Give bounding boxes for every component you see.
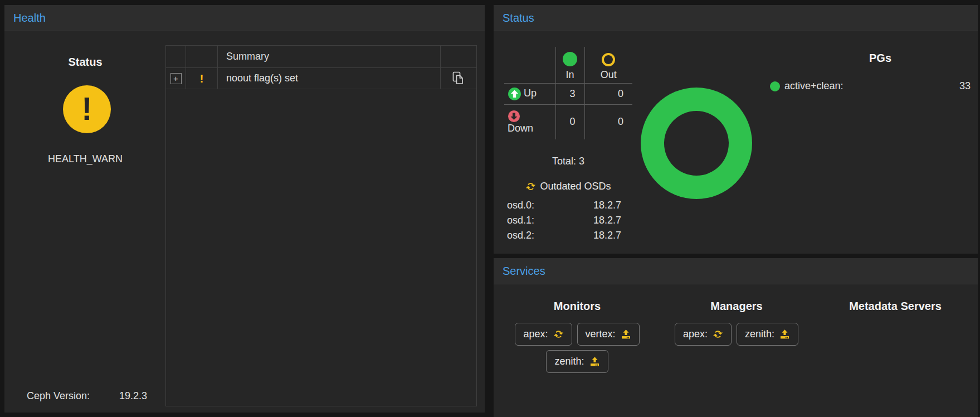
outdated-osds-section: Outdated OSDs osd.0: 18.2.7 osd.1: 18.2.… [504, 181, 632, 243]
active-clean-dot-icon [770, 81, 780, 91]
osd-version: 18.2.7 [593, 198, 621, 213]
badge-label: vertex: [586, 328, 616, 340]
osd-name: osd.1: [507, 213, 534, 228]
metadata-servers-column: Metadata Servers [820, 284, 971, 313]
table-row[interactable]: + ! noout flag(s) set [166, 68, 476, 89]
osd-name: osd.2: [507, 228, 534, 243]
monitors-heading: Monitors [502, 300, 652, 313]
pgs-donut-chart [641, 88, 752, 199]
osd-up-out-value: 0 [584, 83, 632, 104]
summary-cell: noout flag(s) set [218, 68, 441, 89]
osd-version: 18.2.7 [593, 228, 621, 243]
outdated-osd-row: osd.2: 18.2.7 [504, 228, 632, 243]
badge-label: zenith: [554, 356, 584, 367]
outdated-osds-heading: Outdated OSDs [504, 181, 632, 192]
managers-heading: Managers [661, 300, 812, 313]
out-label: Out [601, 69, 617, 80]
upload-icon [621, 329, 631, 340]
osd-in-header: In [555, 47, 584, 83]
osd-out-header: Out [584, 47, 632, 83]
outdated-osds-heading-label: Outdated OSDs [540, 181, 611, 192]
osd-version: 18.2.7 [593, 213, 621, 228]
badge-label: zenith: [745, 328, 774, 340]
health-status-value: HEALTH_WARN [4, 153, 166, 165]
up-label: Up [524, 88, 537, 99]
osd-down-in-value: 0 [555, 104, 584, 139]
ceph-version-label: Ceph Version: [27, 390, 90, 402]
osd-up-row-label: Up [504, 83, 555, 104]
summary-column-header: Summary [218, 46, 441, 67]
osd-down-out-value: 0 [584, 104, 632, 139]
osd-name: osd.0: [507, 198, 534, 213]
in-status-icon [563, 52, 577, 66]
health-warning-icon: ! [63, 85, 111, 133]
metadata-servers-heading: Metadata Servers [820, 300, 971, 313]
health-status-heading: Status [4, 56, 166, 69]
ceph-version-row: Ceph Version: 19.2.3 [27, 390, 147, 402]
managers-column: Managers apex: zenith: [661, 284, 812, 346]
monitor-badge-apex[interactable]: apex: [515, 323, 572, 346]
severity-column-header [186, 46, 218, 67]
monitor-badge-zenith[interactable]: zenith: [546, 350, 608, 373]
osd-up-in-value: 3 [555, 83, 584, 104]
upload-icon [779, 329, 790, 340]
pgs-legend-value: 33 [959, 80, 971, 92]
arrow-circle-up-icon [508, 87, 521, 101]
manager-badge-apex[interactable]: apex: [675, 323, 732, 346]
refresh-icon [553, 329, 564, 340]
out-status-icon [602, 53, 615, 66]
pgs-heading: PGs [825, 52, 936, 65]
services-panel: Services Monitors apex: vertex: zenith: … [494, 258, 978, 417]
health-summary-table: Summary + ! noout flag(s) set [165, 45, 477, 406]
down-label: Down [508, 123, 533, 134]
expand-row-icon[interactable]: + [170, 73, 182, 84]
upload-icon [589, 356, 600, 367]
pgs-legend-label: active+clean: [784, 80, 844, 92]
badge-label: apex: [683, 328, 708, 340]
warning-severity-icon: ! [200, 72, 204, 85]
health-summary-table-header: Summary [166, 46, 476, 68]
pgs-legend-row: active+clean: 33 [770, 80, 971, 92]
osd-grid-corner [504, 47, 555, 83]
outdated-osd-row: osd.1: 18.2.7 [504, 213, 632, 228]
refresh-icon [713, 329, 723, 340]
osd-total: Total: 3 [504, 156, 632, 167]
osd-down-row-label: Down [504, 104, 555, 139]
manager-badge-zenith[interactable]: zenith: [737, 323, 798, 346]
monitor-badge-vertex[interactable]: vertex: [577, 323, 640, 346]
monitors-column: Monitors apex: vertex: zenith: [502, 284, 652, 373]
status-panel-title: Status [494, 5, 978, 31]
health-panel: Health Status ! HEALTH_WARN Summary + ! … [4, 5, 485, 413]
in-label: In [565, 69, 574, 80]
copy-icon[interactable] [452, 71, 465, 86]
actions-column-header [441, 46, 476, 67]
arrow-circle-down-icon [508, 110, 520, 123]
status-panel: Status In Out Up 3 0 Down 0 [494, 5, 978, 254]
health-panel-title: Health [4, 5, 485, 31]
badge-label: apex: [523, 328, 548, 340]
outdated-osd-row: osd.0: 18.2.7 [504, 198, 632, 213]
osd-updown-grid: In Out Up 3 0 Down 0 0 [504, 47, 632, 139]
services-panel-title: Services [494, 258, 978, 284]
refresh-icon [525, 181, 536, 192]
ceph-version-value: 19.2.3 [119, 390, 147, 402]
expand-column-header [166, 46, 186, 67]
